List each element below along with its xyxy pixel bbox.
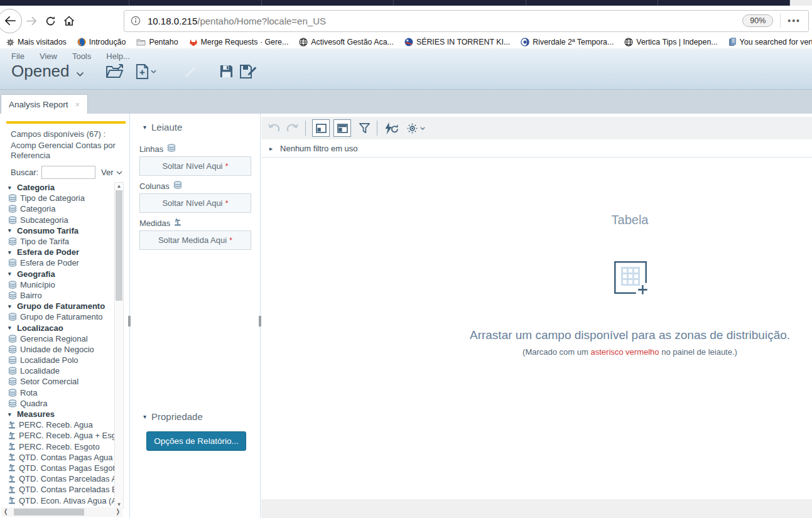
site-info-icon[interactable]: [131, 16, 141, 26]
toggle-top-panel-button[interactable]: [333, 119, 351, 137]
field-label: Esfera de Poder: [17, 247, 79, 257]
search-input[interactable]: [41, 166, 95, 179]
bookmark-item[interactable]: Riverdale 2ª Tempora...: [521, 38, 614, 46]
field-item[interactable]: Setor Comercial: [6, 376, 115, 387]
opened-dropdown[interactable]: Opened: [11, 62, 84, 81]
auto-refresh-button[interactable]: [384, 122, 399, 134]
field-item[interactable]: Quadra: [6, 398, 115, 409]
field-item[interactable]: Subcategoria: [6, 215, 115, 225]
browser-tab-segment[interactable]: [790, 0, 812, 6]
bookmark-item[interactable]: SÉRIES IN TORRENT KI...: [404, 38, 510, 46]
new-report-button[interactable]: [135, 63, 156, 80]
scrollbar-thumb[interactable]: [14, 509, 84, 515]
field-group-header[interactable]: ▾Grupo de Faturamento: [6, 301, 115, 311]
fields-vertical-scrollbar[interactable]: ▲ ▼: [114, 182, 124, 509]
settings-button[interactable]: [407, 123, 425, 134]
menu-file[interactable]: File: [11, 51, 24, 61]
field-item[interactable]: Bairro: [6, 290, 115, 301]
field-item[interactable]: [6, 506, 115, 507]
bookmark-item[interactable]: Activesoft Gestão Aca...: [299, 38, 394, 46]
drop-zone-colunas[interactable]: Soltar Nível Aqui*: [139, 193, 251, 213]
drop-zone-medidas[interactable]: Soltar Medida Aqui*: [139, 230, 251, 250]
scroll-down-icon[interactable]: ▼: [115, 502, 123, 507]
field-group-header[interactable]: ▾Localizacao: [6, 322, 115, 333]
refresh-lightning-icon: [384, 122, 399, 134]
home-button[interactable]: [60, 10, 78, 31]
scroll-up-icon[interactable]: ▲: [115, 183, 123, 189]
redo-button[interactable]: [286, 123, 299, 133]
field-item[interactable]: Rota: [6, 387, 115, 398]
field-group-header[interactable]: ▾Consumo Tarifa: [6, 225, 115, 236]
scrollbar-thumb[interactable]: [116, 190, 122, 301]
bookmark-item[interactable]: Merge Requests · Gere...: [189, 38, 289, 46]
browser-tab-segment[interactable]: [394, 0, 526, 6]
field-item[interactable]: QTD. Contas Parceladas Esg: [6, 484, 115, 495]
field-item[interactable]: PERC. Receb. Agua: [6, 419, 115, 430]
report-options-button[interactable]: Opções de Relatório...: [146, 431, 246, 451]
field-item[interactable]: QTD. Contas Pagas Esgoto: [6, 463, 115, 473]
open-file-button[interactable]: [106, 63, 124, 79]
bookmark-label: Vertica Tips | Indepen...: [636, 38, 717, 46]
browser-tab-segment[interactable]: [526, 0, 658, 6]
field-item[interactable]: Unidade de Negocio: [6, 344, 115, 355]
bookmark-item[interactable]: Introdução: [77, 38, 126, 46]
menu-view[interactable]: View: [40, 51, 57, 61]
save-button[interactable]: [219, 64, 234, 78]
browser-tab-segment[interactable]: [129, 0, 262, 6]
field-group-header[interactable]: ▾Esfera de Poder: [6, 247, 115, 257]
globe-icon: [299, 38, 308, 46]
tab-analysis-report[interactable]: Analysis Report ×: [1, 94, 88, 114]
properties-section-header[interactable]: ▾ Propriedade: [143, 411, 203, 422]
browser-tab-segment[interactable]: [0, 0, 129, 6]
bookmark-item[interactable]: Mais visitados: [6, 38, 67, 46]
field-group-header[interactable]: ▾Measures: [6, 409, 115, 419]
zoom-level-badge[interactable]: 90%: [742, 14, 773, 27]
bookmark-item[interactable]: Vertica Tips | Indepen...: [624, 38, 717, 46]
toggle-left-panel-button[interactable]: [312, 119, 330, 137]
field-item[interactable]: PERC. Receb. Esgoto: [6, 441, 115, 452]
filter-button[interactable]: [359, 122, 371, 134]
back-icon: [5, 17, 14, 24]
menu-help[interactable]: Help...: [106, 51, 130, 61]
field-group-header[interactable]: ▾Geografia: [6, 269, 115, 279]
view-dropdown[interactable]: Ver: [101, 168, 122, 177]
scroll-left-icon[interactable]: ❬: [3, 508, 8, 515]
field-item[interactable]: Gerencia Regional: [6, 333, 115, 344]
bookmark-label: Introdução: [89, 38, 126, 46]
browser-tab-segment[interactable]: [262, 0, 394, 6]
field-item[interactable]: Localidade: [6, 365, 115, 376]
bookmark-item[interactable]: Pentaho: [136, 38, 178, 46]
browser-navbar: 10.18.0.215/pentaho/Home?locale=en_US 90…: [0, 6, 812, 36]
field-item[interactable]: Grupo de Faturamento: [6, 311, 115, 322]
scroll-right-icon[interactable]: ❭: [116, 508, 121, 515]
field-item[interactable]: Localidade Polo: [6, 355, 115, 365]
field-item[interactable]: QTD. Contas Pagas Agua: [6, 452, 115, 463]
fields-horizontal-scrollbar[interactable]: ❬ ❭: [1, 507, 122, 517]
field-item[interactable]: Município: [6, 279, 115, 290]
measure-icon: [8, 432, 16, 440]
field-item[interactable]: Esfera de Poder: [6, 257, 115, 268]
undo-button[interactable]: [268, 123, 281, 133]
menu-tools[interactable]: Tools: [72, 51, 91, 61]
field-item[interactable]: Categoria: [6, 203, 115, 214]
drop-zone-linhas[interactable]: Soltar Nível Aqui*: [139, 156, 251, 176]
filter-summary-bar[interactable]: ▸ Nenhum filtro em uso: [261, 139, 812, 158]
url-bar[interactable]: 10.18.0.215/pentaho/Home?locale=en_US 90…: [124, 10, 809, 32]
field-item[interactable]: PERC. Receb. Agua + Esgoto: [6, 430, 115, 441]
field-group-header[interactable]: ▾Categoria: [6, 182, 115, 193]
back-button[interactable]: [0, 9, 22, 33]
browser-tab-segment[interactable]: [658, 0, 790, 6]
page-actions-icon[interactable]: •••: [788, 16, 801, 26]
tab-close-icon[interactable]: ×: [75, 100, 80, 109]
browser-tab-strip[interactable]: [0, 0, 812, 6]
reload-button[interactable]: [41, 10, 60, 31]
field-item[interactable]: QTD. Contas Parceladas Agu: [6, 473, 115, 484]
field-item[interactable]: Tipo de Tarifa: [6, 236, 115, 247]
forward-button[interactable]: [22, 10, 41, 31]
save-as-button[interactable]: [239, 64, 257, 79]
field-item[interactable]: QTD. Econ. Ativas Agua (Atu: [6, 495, 115, 505]
level-icon: [8, 335, 17, 343]
layout-section-header[interactable]: ▾ Leiaute: [143, 122, 182, 132]
field-item[interactable]: Tipo de Categoria: [6, 193, 115, 203]
bookmark-item[interactable]: You searched for verti...: [728, 38, 812, 46]
